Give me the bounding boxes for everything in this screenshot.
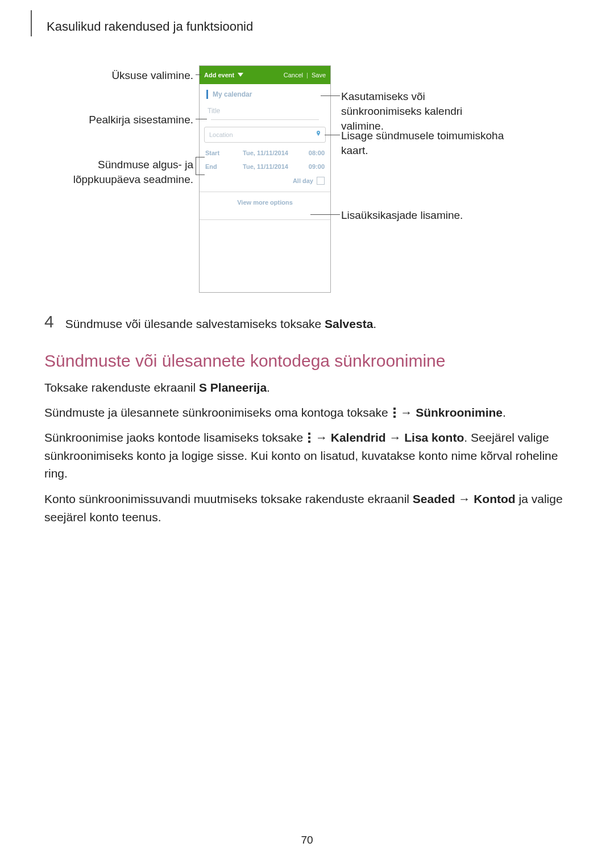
callout-enter-title: Pealkirja sisestamine. [45, 113, 193, 127]
callout-choose-calendar-b: sünkroonimiseks kalendri [341, 104, 546, 119]
paragraph-1: Toksake rakenduste ekraanil S Planeerija… [44, 379, 570, 397]
all-day-checkbox[interactable] [317, 177, 325, 185]
all-day-label: All day [293, 177, 313, 184]
callout-add-location-b: kaart. [341, 143, 569, 158]
more-options-icon [308, 433, 311, 443]
start-date: Tue, 11/11/2014 [229, 149, 302, 156]
more-options-icon [393, 408, 396, 418]
chevron-down-icon [238, 73, 243, 77]
all-day-row[interactable]: All day [200, 170, 330, 185]
title-input[interactable]: Title [206, 105, 323, 117]
location-placeholder: Location [209, 131, 233, 138]
step-text: Sündmuse või ülesande salvestamiseks tok… [65, 313, 376, 331]
callout-choose-calendar-a: Kasutamiseks või [341, 89, 546, 104]
cancel-button[interactable]: Cancel [284, 72, 303, 78]
step-number: 4 [44, 313, 54, 330]
phone-screenshot: Add event Cancel | Save My calendar Titl… [199, 65, 331, 293]
dropdown-label: Add event [204, 72, 234, 78]
callout-select-item: Üksuse valimine. [45, 68, 193, 83]
header-tick [31, 10, 32, 17]
paragraph-2: Sündmuste ja ülesannete sünkroonimiseks … [44, 404, 570, 422]
paragraph-3: Sünkroonimise jaoks kontode lisamiseks t… [44, 429, 570, 483]
map-pin-icon[interactable] [315, 130, 322, 140]
start-datetime-row[interactable]: Start Tue, 11/11/2014 08:00 [200, 143, 330, 156]
annotated-figure: Add event Cancel | Save My calendar Titl… [0, 64, 614, 308]
paragraph-4: Konto sünkroonimissuvandi muutmiseks tok… [44, 490, 570, 526]
callout-set-dates-b: lõppkuupäeva seadmine. [45, 172, 193, 187]
page-header: Kasulikud rakendused ja funktsioonid [31, 17, 583, 36]
start-label: Start [205, 149, 229, 156]
section-heading: Sündmuste või ülesannete kontodega sünkr… [44, 351, 570, 371]
callout-set-dates-a: Sündmuse algus- ja [45, 157, 193, 172]
end-datetime-row[interactable]: End Tue, 11/11/2014 09:00 [200, 156, 330, 170]
step-4: 4 Sündmuse või ülesande salvestamiseks t… [44, 313, 570, 331]
callout-add-location-a: Lisage sündmusele toimumiskoha [341, 128, 569, 143]
start-time: 08:00 [302, 149, 325, 156]
section-title: Kasulikud rakendused ja funktsioonid [32, 17, 583, 36]
view-more-options[interactable]: View more options [200, 192, 330, 213]
end-time: 09:00 [302, 163, 325, 170]
page-number: 70 [0, 834, 614, 846]
calendar-selector[interactable]: My calendar [200, 84, 330, 102]
calendar-color-bar [206, 90, 208, 99]
action-bar: Add event Cancel | Save [200, 66, 330, 84]
calendar-name: My calendar [213, 90, 252, 98]
end-label: End [205, 163, 229, 170]
save-button[interactable]: Save [312, 72, 326, 78]
end-date: Tue, 11/11/2014 [229, 163, 302, 170]
location-input[interactable]: Location [204, 127, 326, 143]
callout-add-details: Lisaüksikasjade lisamine. [341, 208, 546, 223]
event-type-dropdown[interactable]: Add event [204, 72, 243, 78]
